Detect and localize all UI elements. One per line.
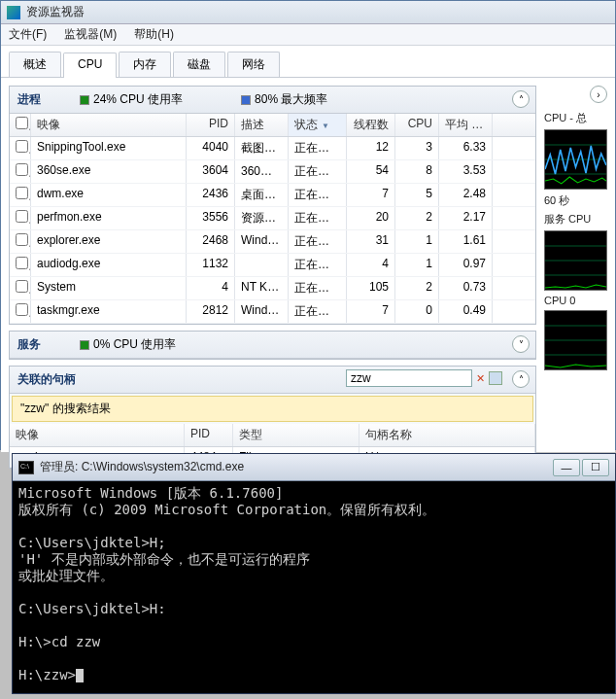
services-header[interactable]: 服务 0% CPU 使用率 ˅ <box>10 332 535 359</box>
cell-avg: 3.53 <box>439 160 493 183</box>
cell-avg: 2.17 <box>439 207 493 229</box>
processes-header[interactable]: 进程 24% CPU 使用率 80% 最大频率 ˄ <box>10 87 535 114</box>
cell-status: 正在运行 <box>289 137 347 159</box>
col-handle-name[interactable]: 句柄名称 <box>359 424 535 446</box>
search-result-banner: "zzw" 的搜索结果 <box>12 396 533 422</box>
graph-label-cpu0: CPU 0 <box>544 295 607 306</box>
cell-cpu: 1 <box>395 254 439 276</box>
tab-disk[interactable]: 磁盘 <box>173 52 225 77</box>
col-checkbox[interactable] <box>10 114 31 136</box>
cell-status: 正在运行 <box>289 254 347 276</box>
row-checkbox[interactable] <box>16 163 28 176</box>
col-avg[interactable]: 平均 C... <box>439 114 493 136</box>
process-table: 映像 PID 描述 状态 线程数 CPU 平均 C... SnippingToo… <box>10 114 535 324</box>
cpu-usage-indicator: 24% CPU 使用率 <box>80 91 183 108</box>
row-checkbox[interactable] <box>16 210 28 223</box>
col-threads[interactable]: 线程数 <box>347 114 395 136</box>
row-checkbox[interactable] <box>16 303 28 316</box>
scroll-right-button[interactable]: › <box>590 86 607 103</box>
menu-file[interactable]: 文件(F) <box>5 24 51 45</box>
cell-image: SnippingTool.exe <box>31 137 187 159</box>
clear-search-icon[interactable]: ✕ <box>476 372 485 385</box>
col-desc[interactable]: 描述 <box>235 114 289 136</box>
cell-pid: 3556 <box>187 207 235 229</box>
minimize-button[interactable]: — <box>553 459 580 476</box>
header-checkbox[interactable] <box>16 117 28 129</box>
tab-network[interactable]: 网络 <box>227 52 280 77</box>
cell-desc: Windo... <box>235 230 289 253</box>
cell-cpu: 2 <box>395 207 439 229</box>
max-freq-indicator: 80% 最大频率 <box>241 91 327 108</box>
services-cpu-indicator: 0% CPU 使用率 <box>80 336 176 353</box>
handles-title: 关联的句柄 <box>17 371 76 388</box>
cell-threads: 7 <box>347 184 395 206</box>
row-checkbox[interactable] <box>16 187 28 199</box>
graph-cpu-total <box>544 129 607 190</box>
process-table-header: 映像 PID 描述 状态 线程数 CPU 平均 C... <box>10 114 535 137</box>
col-type[interactable]: 类型 <box>233 424 359 446</box>
cmd-output[interactable]: Microsoft Windows [版本 6.1.7600] 版权所有 (c)… <box>13 481 615 687</box>
cell-pid: 1132 <box>187 254 235 276</box>
tab-overview[interactable]: 概述 <box>9 52 61 77</box>
cell-cpu: 8 <box>395 160 439 183</box>
cell-avg: 1.61 <box>439 230 493 253</box>
cell-threads: 31 <box>347 230 395 253</box>
search-input[interactable] <box>346 369 472 387</box>
col-cpu[interactable]: CPU <box>395 114 439 136</box>
maximize-button[interactable]: ☐ <box>582 459 609 476</box>
cell-desc: NT Ker... <box>235 277 289 299</box>
menubar: 文件(F) 监视器(M) 帮助(H) <box>1 24 615 46</box>
expand-button[interactable]: ˅ <box>512 335 530 353</box>
cell-image: dwm.exe <box>31 184 187 206</box>
row-checkbox[interactable] <box>16 233 28 246</box>
green-chip-icon <box>80 340 89 350</box>
tab-memory[interactable]: 内存 <box>119 52 171 77</box>
cell-image: System <box>31 277 187 299</box>
col-image[interactable]: 映像 <box>10 424 185 446</box>
cell-pid: 2812 <box>187 300 235 323</box>
cell-image: audiodg.exe <box>31 254 187 276</box>
handles-header[interactable]: 关联的句柄 ✕ ˄ <box>10 367 535 394</box>
graph-cpu0 <box>544 310 607 370</box>
cell-image: taskmgr.exe <box>31 300 187 323</box>
cell-cpu: 2 <box>395 277 439 299</box>
cell-desc: Windo... <box>235 300 289 323</box>
table-row[interactable]: perfmon.exe3556资源和...正在运行2022.17 <box>10 207 535 230</box>
window-buttons: — ☐ <box>553 459 609 476</box>
cell-status: 正在运行 <box>289 207 347 229</box>
handle-search: ✕ <box>346 369 502 387</box>
tab-cpu[interactable]: CPU <box>63 52 117 78</box>
table-row[interactable]: SnippingTool.exe4040截图工具正在运行1236.33 <box>10 137 535 160</box>
menu-help[interactable]: 帮助(H) <box>130 24 178 45</box>
cell-threads: 105 <box>347 277 395 299</box>
cell-desc: 资源和... <box>235 207 289 229</box>
table-row[interactable]: taskmgr.exe2812Windo...正在运行700.49 <box>10 300 535 324</box>
titlebar[interactable]: 资源监视器 <box>1 1 615 24</box>
table-row[interactable]: dwm.exe2436桌面窗...正在运行752.48 <box>10 184 535 207</box>
cell-avg: 0.97 <box>439 254 493 276</box>
graph-label-cpu-total: CPU - 总 <box>544 111 607 125</box>
search-go-icon[interactable] <box>489 371 502 385</box>
cmd-titlebar[interactable]: 管理员: C:\Windows\system32\cmd.exe — ☐ <box>13 454 615 481</box>
col-status[interactable]: 状态 <box>289 114 347 136</box>
menu-monitor[interactable]: 监视器(M) <box>60 24 120 45</box>
table-row[interactable]: audiodg.exe1132正在运行410.97 <box>10 254 535 277</box>
row-checkbox[interactable] <box>16 280 28 293</box>
col-pid[interactable]: PID <box>187 114 235 136</box>
cell-desc: 桌面窗... <box>235 184 289 206</box>
table-row[interactable]: explorer.exe2468Windo...正在运行3111.61 <box>10 230 535 254</box>
cell-cpu: 0 <box>395 300 439 323</box>
col-image[interactable]: 映像 <box>31 114 187 136</box>
table-row[interactable]: System4NT Ker...正在运行10520.73 <box>10 277 535 300</box>
cell-avg: 2.48 <box>439 184 493 206</box>
collapse-button[interactable]: ˄ <box>512 370 530 388</box>
row-checkbox[interactable] <box>16 257 28 269</box>
col-pid[interactable]: PID <box>185 424 233 446</box>
cell-status: 正在运行 <box>289 184 347 206</box>
table-row[interactable]: 360se.exe3604360安...正在运行5483.53 <box>10 160 535 184</box>
collapse-button[interactable]: ˄ <box>512 90 530 108</box>
services-title: 服务 <box>17 336 41 353</box>
graph-label-services: 服务 CPU <box>544 212 607 227</box>
cell-threads: 54 <box>347 160 395 183</box>
row-checkbox[interactable] <box>16 140 28 153</box>
